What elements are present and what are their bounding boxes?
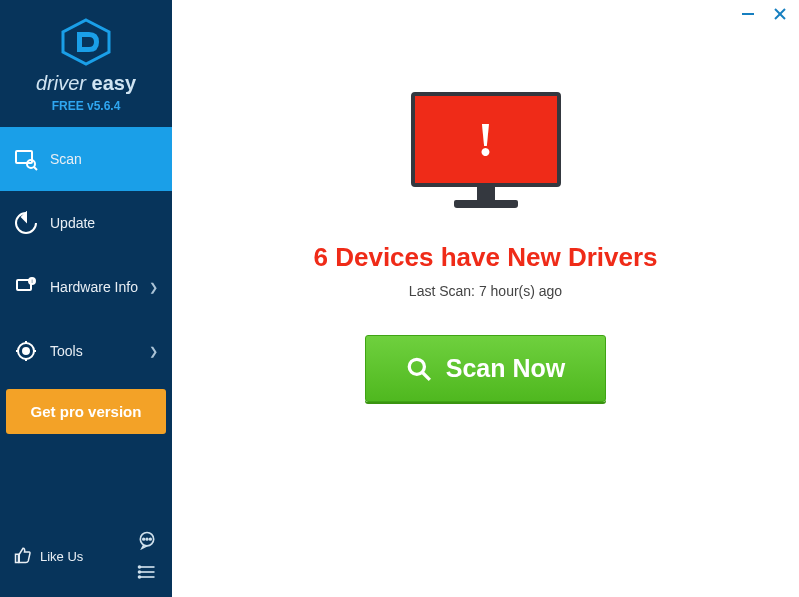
svg-point-18 <box>150 538 152 540</box>
sidebar-item-update[interactable]: Update <box>0 191 172 255</box>
sidebar-item-tools[interactable]: Tools ❯ <box>0 319 172 383</box>
svg-line-29 <box>422 372 430 380</box>
svg-point-16 <box>143 538 145 540</box>
tools-icon <box>14 339 38 363</box>
sidebar-item-label: Tools <box>50 343 83 359</box>
content: ! 6 Devices have New Drivers Last Scan: … <box>172 28 799 597</box>
get-pro-button[interactable]: Get pro version <box>6 389 166 434</box>
feedback-icon[interactable] <box>136 529 158 551</box>
hardware-icon: i <box>14 275 38 299</box>
like-us-label: Like Us <box>40 549 83 564</box>
svg-line-3 <box>34 167 37 170</box>
nav: Scan Update i Hardware Info ❯ <box>0 127 172 383</box>
main-panel: ! 6 Devices have New Drivers Last Scan: … <box>172 0 799 597</box>
chevron-right-icon: ❯ <box>149 345 158 358</box>
sidebar-item-label: Update <box>50 215 95 231</box>
scan-button-label: Scan Now <box>446 354 565 383</box>
sidebar-item-label: Scan <box>50 151 82 167</box>
logo-icon <box>59 18 113 66</box>
svg-text:i: i <box>31 278 32 284</box>
svg-point-23 <box>139 571 141 573</box>
version-label: FREE v5.6.4 <box>0 99 172 113</box>
headline: 6 Devices have New Drivers <box>314 242 658 273</box>
menu-icon[interactable] <box>136 561 158 583</box>
svg-point-28 <box>409 359 424 374</box>
like-us-button[interactable]: Like Us <box>14 546 83 567</box>
monitor-screen: ! <box>411 92 561 187</box>
svg-point-9 <box>23 348 29 354</box>
brand-name: driver easy <box>0 72 172 95</box>
monitor-neck <box>477 187 495 201</box>
sidebar-utility-icons <box>136 529 158 583</box>
last-scan-label: Last Scan: 7 hour(s) ago <box>409 283 562 299</box>
close-button[interactable] <box>771 5 789 23</box>
svg-point-24 <box>139 576 141 578</box>
brand-part1: driver <box>36 72 86 94</box>
scan-icon <box>14 147 38 171</box>
svg-rect-14 <box>16 554 19 562</box>
alert-monitor-graphic: ! <box>411 92 561 220</box>
update-icon <box>14 211 38 235</box>
titlebar <box>172 0 799 28</box>
sidebar-item-label: Hardware Info <box>50 279 138 295</box>
scan-now-button[interactable]: Scan Now <box>365 335 606 402</box>
search-icon <box>406 356 432 382</box>
minimize-button[interactable] <box>739 5 757 23</box>
svg-point-17 <box>146 538 148 540</box>
monitor-base <box>454 200 518 208</box>
sidebar-item-scan[interactable]: Scan <box>0 127 172 191</box>
brand-part2: easy <box>92 72 137 94</box>
exclamation-icon: ! <box>478 112 494 167</box>
chevron-right-icon: ❯ <box>149 281 158 294</box>
sidebar-item-hardware[interactable]: i Hardware Info ❯ <box>0 255 172 319</box>
svg-marker-0 <box>63 20 109 64</box>
sidebar-bottom: Like Us <box>0 519 172 597</box>
svg-point-22 <box>139 566 141 568</box>
thumbs-up-icon <box>14 546 32 567</box>
logo-area: driver easy FREE v5.6.4 <box>0 0 172 127</box>
sidebar: driver easy FREE v5.6.4 Scan Update <box>0 0 172 597</box>
